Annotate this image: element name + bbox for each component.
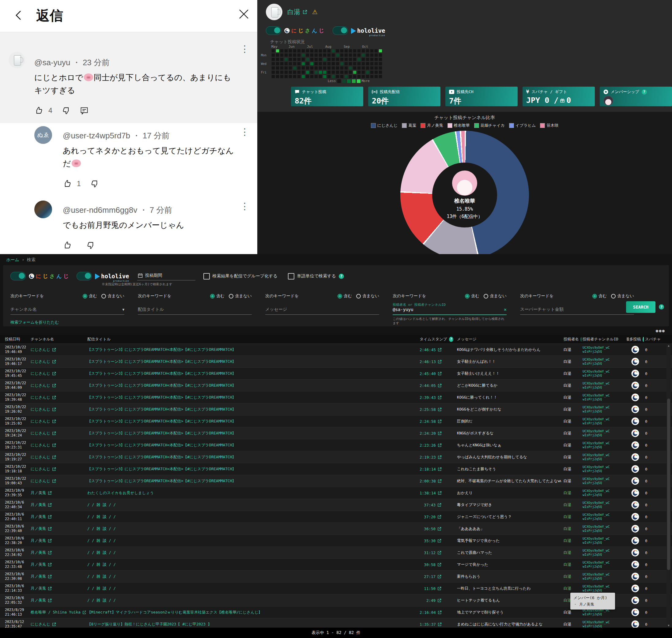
heatmap-cell[interactable] [353, 70, 357, 74]
stat-card[interactable]: 投稿先配信 20件 [368, 87, 440, 106]
radio-exclude[interactable]: 含まない [611, 293, 634, 299]
timestamp-link[interactable]: 2:23:26 [420, 439, 453, 451]
heatmap-cell[interactable] [284, 57, 288, 61]
channel-link[interactable]: 椎名唯華 / Shiina Yuika [31, 610, 86, 615]
heatmap-cell[interactable] [353, 66, 357, 70]
heatmap-cell[interactable] [348, 53, 352, 57]
poster-channel-id[interactable]: UCXOys9yOmY_wCwIsPrj2q5Q [583, 560, 610, 569]
table-row[interactable]: 2023/10/2219:46:49 にじさんじ 【スプラトゥーン3】にじスプラ… [0, 344, 672, 356]
heatmap-cell[interactable] [293, 62, 296, 66]
channel-link[interactable]: 月ノ美兎 [31, 574, 52, 579]
heatmap-cell[interactable] [327, 66, 331, 70]
channel-link[interactable]: にじさんじ [31, 479, 56, 484]
channel-link[interactable]: 月ノ美兎 [31, 598, 52, 603]
heatmap-cell[interactable] [357, 53, 361, 57]
heatmap-cell[interactable] [314, 70, 318, 74]
poster-channel-id[interactable]: UCXOys9yOmY_wCwIsPrj2q5Q [583, 465, 610, 473]
heatmap-cell[interactable] [357, 66, 361, 70]
radio-include[interactable]: 含む [83, 293, 97, 299]
heatmap-cell[interactable] [357, 49, 361, 53]
heatmap-cell[interactable] [323, 49, 327, 53]
heatmap-cell[interactable] [357, 57, 361, 61]
heatmap-cell[interactable] [272, 49, 275, 53]
poster-name[interactable]: 白湯 [563, 586, 571, 591]
heatmap-cell[interactable] [379, 62, 382, 66]
heatmap-cell[interactable] [284, 53, 288, 57]
like-icon[interactable] [63, 179, 72, 188]
top-posted-channel-badge[interactable] [631, 382, 639, 389]
heatmap-cell[interactable] [306, 66, 309, 70]
col-header-timestamp[interactable]: タイムスタンプ ? [420, 335, 453, 343]
poster-channel-id[interactable]: UCXOys9yOmY_wCwIsPrj2q5Q [583, 370, 610, 377]
heatmap-cell[interactable] [280, 66, 284, 70]
help-icon[interactable]: ? [642, 89, 647, 95]
poster-channel-id[interactable]: UCXOys9yOmY_wCwIsPrj2q5Q [583, 549, 610, 557]
comment-menu-icon[interactable]: ⋮ [240, 127, 249, 136]
heatmap-cell[interactable] [353, 49, 357, 53]
poster-name[interactable]: 白湯 [563, 431, 571, 436]
heatmap-cell[interactable] [276, 57, 279, 61]
poster-name[interactable]: 白湯 [563, 347, 571, 352]
heatmap-cell[interactable] [366, 49, 370, 53]
poster-name[interactable]: 白湯 [563, 490, 571, 496]
heatmap-cell[interactable] [297, 53, 301, 57]
heatmap-cell[interactable] [280, 49, 284, 53]
heatmap-cell[interactable] [331, 49, 335, 53]
heatmap-cell[interactable] [318, 57, 322, 61]
heatmap-cell[interactable] [323, 57, 327, 61]
heatmap-cell[interactable] [357, 75, 361, 78]
channel-link[interactable]: 月ノ美兎 [31, 490, 52, 496]
poster-name[interactable]: 白湯 [563, 550, 571, 555]
timestamp-link[interactable]: 2:00:38 [420, 475, 453, 487]
keyword-field[interactable]: スーパーチャット金額 [520, 307, 634, 315]
top-posted-channel-badge[interactable] [631, 560, 639, 569]
heatmap-cell[interactable] [374, 49, 378, 53]
poster-name[interactable]: 白湯 [563, 395, 571, 400]
heatmap-cell[interactable] [336, 53, 339, 57]
heatmap-cell[interactable] [336, 57, 339, 61]
heatmap-cell[interactable] [306, 62, 309, 66]
heatmap-cell[interactable] [379, 49, 382, 53]
timestamp-link[interactable]: 2:24:58 [420, 416, 453, 427]
heatmap-cell[interactable] [284, 62, 288, 66]
channel-link[interactable]: 月ノ美兎 [31, 502, 52, 508]
table-row[interactable]: 2023/10/2219:39:48 にじさんじ 【スプラトゥーン3】にじスプラ… [0, 391, 672, 403]
heatmap-cell[interactable] [361, 57, 365, 61]
heatmap-cell[interactable] [314, 66, 318, 70]
timestamp-link[interactable]: 27:17 [420, 571, 453, 582]
heatmap-cell[interactable] [323, 75, 327, 78]
channel-link[interactable]: 月ノ美兎 [31, 550, 52, 555]
timestamp-link[interactable]: 2:46:13 [420, 356, 453, 367]
heatmap-cell[interactable] [284, 70, 288, 74]
avatar[interactable] [34, 201, 52, 218]
channel-link[interactable]: にじさんじ [31, 407, 56, 412]
heatmap-cell[interactable] [293, 66, 296, 70]
heatmap-cell[interactable] [280, 62, 284, 66]
heatmap-cell[interactable] [289, 57, 292, 61]
top-posted-channel-badge[interactable] [631, 441, 639, 449]
help-icon[interactable]: ? [581, 337, 581, 342]
timestamp-link[interactable]: 2:24:20 [420, 427, 453, 439]
timestamp-link[interactable]: 2:25:58 [420, 403, 453, 415]
heatmap-cell[interactable] [318, 75, 322, 78]
heatmap-cell[interactable] [284, 49, 288, 53]
heatmap-cell[interactable] [289, 49, 292, 53]
col-header-top-poster[interactable]: 最多投稿 ? [627, 335, 644, 343]
heatmap-cell[interactable] [280, 70, 284, 74]
heatmap-cell[interactable] [340, 49, 344, 53]
heatmap-cell[interactable] [344, 53, 348, 57]
heatmap-cell[interactable] [331, 62, 335, 66]
chevron-down-icon[interactable]: ▼ [122, 308, 124, 312]
poster-channel-id[interactable]: UCXOys9yOmY_wCwIsPrj2q5Q [583, 441, 610, 449]
heatmap-cell[interactable] [310, 57, 314, 61]
heatmap-cell[interactable] [280, 53, 284, 57]
timestamp-link[interactable]: 31:12 [420, 547, 453, 558]
heatmap-cell[interactable] [301, 49, 305, 53]
heatmap-cell[interactable] [344, 62, 348, 66]
heatmap-cell[interactable] [314, 57, 318, 61]
heatmap-cell[interactable] [353, 75, 357, 78]
top-posted-channel-badge[interactable] [631, 572, 639, 581]
heatmap-cell[interactable] [289, 53, 292, 57]
poster-search-input[interactable]: @sa-yuyu✕ [393, 307, 507, 315]
top-posted-channel-badge[interactable] [631, 584, 639, 592]
